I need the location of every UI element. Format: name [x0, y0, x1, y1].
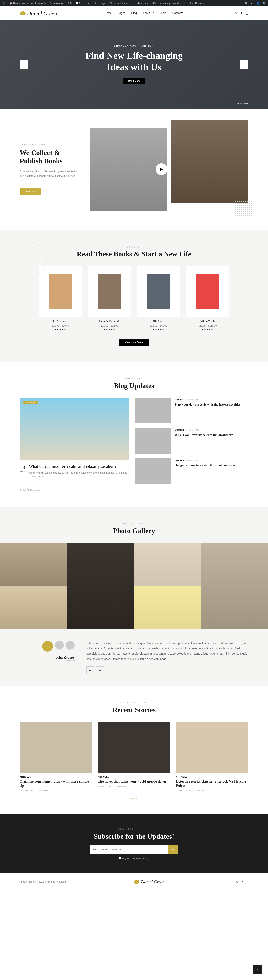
- shop-section: OUR SHOP Read These Books & Start a New …: [0, 230, 268, 362]
- story-title: Organize your home library with these si…: [20, 780, 92, 788]
- book-rating: ★★★★★: [88, 328, 131, 331]
- admin-new[interactable]: + New: [83, 2, 93, 5]
- hero-next-button[interactable]: →: [239, 60, 248, 69]
- social-links: f 𝕏 P ◻: [231, 12, 248, 15]
- nav-pages[interactable]: Pages: [118, 11, 126, 16]
- agree-checkbox[interactable]: [119, 857, 121, 859]
- nav-about[interactable]: About Us: [143, 11, 154, 16]
- blog-item-title: Start your day properly with the hottest…: [175, 403, 241, 406]
- book-card[interactable]: Enough About Me $10.99 – $22.00 ★★★★★: [88, 266, 131, 331]
- blog-list-item[interactable]: UPDATES12 March 2020 Hot guide: how to s…: [136, 458, 248, 484]
- stories-grid: ARTICLES Organize your home library with…: [20, 722, 248, 792]
- admin-site[interactable]: 🏠 Blog for Writers and Journalists: [8, 2, 47, 5]
- admin-elementor[interactable]: Ⓔ Edit with Elementor: [108, 2, 134, 5]
- story-card[interactable]: ARTICLES Organize your home library with…: [20, 722, 92, 792]
- book-card[interactable]: His Story $12.99 – $41.00 ★★★★★: [137, 266, 180, 331]
- admin-maintenance[interactable]: Maintenance is On: [136, 2, 158, 5]
- facebook-icon[interactable]: f: [232, 880, 232, 883]
- admin-managed-wp[interactable]: ● Managed WordPress: [159, 2, 186, 5]
- blog-featured-post[interactable]: UPDATES 13 MAR What do you need for a ca…: [20, 398, 129, 491]
- blog-list-item[interactable]: UPDATES12 March 2020 Who is your favorit…: [136, 428, 248, 453]
- blog-item-title: Who is your favorite science fiction aut…: [175, 433, 233, 437]
- story-image: [98, 722, 170, 773]
- blog-category: UPDATES: [175, 399, 184, 401]
- testimonial-prev-button[interactable]: ←: [86, 667, 94, 674]
- blog-thumbnail: [136, 428, 171, 453]
- admin-comments[interactable]: 💬 3: [74, 2, 82, 5]
- gallery-image[interactable]: [134, 586, 201, 629]
- facebook-icon[interactable]: f: [231, 12, 231, 15]
- story-meta: 11 March 2020 / 0 Comments: [98, 785, 170, 788]
- admin-customize[interactable]: ✎ Customize: [49, 2, 65, 5]
- nav-home[interactable]: Home: [104, 11, 112, 16]
- testimonial-next-button[interactable]: →: [96, 667, 104, 674]
- gallery-image[interactable]: [67, 543, 134, 629]
- book-price: $11.99 – $29.00: [39, 325, 82, 327]
- book-card[interactable]: White Teeth $18.99 – $165.00 ★★★★★: [186, 266, 229, 331]
- gallery-image[interactable]: [134, 543, 201, 586]
- story-meta: 11 March 2020 / 0 Comments: [20, 789, 92, 792]
- newsletter-form: →: [90, 845, 178, 854]
- stories-section: GREAT NEW IDEAS Recent Stories ARTICLES …: [0, 686, 268, 815]
- pagination-dot[interactable]: [136, 797, 137, 799]
- blog-meta: 0 Likes / 0 Comments: [20, 486, 129, 491]
- newsletter-submit-button[interactable]: →: [168, 845, 178, 854]
- blog-date: 12 March 2020: [186, 399, 199, 401]
- video-play-button[interactable]: [156, 164, 168, 175]
- instagram-icon[interactable]: ◻: [246, 12, 248, 15]
- pagination-dot[interactable]: [133, 797, 135, 799]
- footer-logo[interactable]: Daniel Green: [134, 879, 164, 885]
- admin-edit-page[interactable]: Edit Page: [94, 2, 107, 5]
- wp-admin-bar: ⓦ 🏠 Blog for Writers and Journalists ✎ C…: [0, 0, 268, 6]
- twitter-icon[interactable]: 𝕏: [236, 880, 238, 883]
- hero-prev-button[interactable]: ←: [20, 60, 29, 69]
- pinterest-icon[interactable]: P: [241, 12, 242, 15]
- story-category: ARTICLES: [20, 776, 92, 778]
- book-cover: [88, 266, 131, 317]
- book-name: So, Anyway...: [39, 320, 82, 323]
- email-input[interactable]: [90, 845, 168, 854]
- blog-featured-image: UPDATES: [20, 398, 129, 460]
- gallery-image[interactable]: [0, 543, 67, 586]
- about-us-button[interactable]: About Us: [20, 188, 41, 195]
- twitter-icon[interactable]: 𝕏: [235, 12, 237, 15]
- dots-decoration: [234, 197, 254, 216]
- admin-slider[interactable]: Slider Revolution: [187, 2, 207, 5]
- gallery-image[interactable]: [0, 586, 67, 629]
- blog-item-title: Hot guide: how to survive the great pand…: [175, 463, 236, 467]
- nav-contacts[interactable]: Contacts: [172, 11, 183, 16]
- blog-title: Blog Updates: [20, 382, 248, 390]
- admin-updates[interactable]: ⟳ 3: [66, 2, 73, 5]
- stories-pagination: [20, 797, 248, 799]
- book-cover: [137, 266, 180, 317]
- admin-wp-icon[interactable]: ⓦ: [2, 2, 7, 5]
- testimonial-avatar[interactable]: [55, 641, 64, 649]
- newsletter-title: Subscribe for the Updates!: [20, 832, 248, 840]
- admin-greeting[interactable]: Hi, zemez 👤: [244, 2, 260, 5]
- nav-store[interactable]: Store: [160, 11, 166, 16]
- blog-list-item[interactable]: UPDATES12 March 2020 Start your day prop…: [136, 398, 248, 423]
- nav-blog[interactable]: Blog: [131, 11, 137, 16]
- pagination-dot[interactable]: [131, 797, 132, 799]
- hero-read-more-button[interactable]: Read More: [123, 78, 145, 84]
- blog-date: 12 March 2020: [186, 460, 199, 461]
- book-card[interactable]: So, Anyway... $11.99 – $29.00 ★★★★★: [39, 266, 82, 331]
- view-more-books-button[interactable]: View More Books: [119, 339, 149, 346]
- stories-subtitle: GREAT NEW IDEAS: [20, 702, 248, 704]
- testimonial-avatar[interactable]: [66, 641, 75, 649]
- book-name: White Teeth: [186, 320, 229, 323]
- logo[interactable]: Daniel Green: [20, 10, 57, 16]
- hero-title: Find New Life-changing Ideas with Us: [75, 50, 193, 73]
- testimonial-avatar[interactable]: [42, 641, 53, 652]
- testimonial-avatars: [20, 641, 75, 652]
- blog-date: 12 March 2020: [186, 429, 199, 431]
- admin-search-icon[interactable]: 🔍: [262, 1, 266, 5]
- pinterest-icon[interactable]: P: [241, 880, 243, 883]
- story-card[interactable]: ARTICLES The novel that turns your world…: [98, 722, 170, 792]
- story-card[interactable]: ARTICLES Detective stories classics: She…: [176, 722, 248, 792]
- blog-thumbnail: [136, 458, 171, 484]
- gallery-image[interactable]: [201, 543, 268, 629]
- story-title: Detective stories classics: Sherlock VS …: [176, 780, 248, 788]
- scroll-down-indicator[interactable]: — Scroll Down: [234, 102, 248, 105]
- instagram-icon[interactable]: ◻: [246, 880, 248, 883]
